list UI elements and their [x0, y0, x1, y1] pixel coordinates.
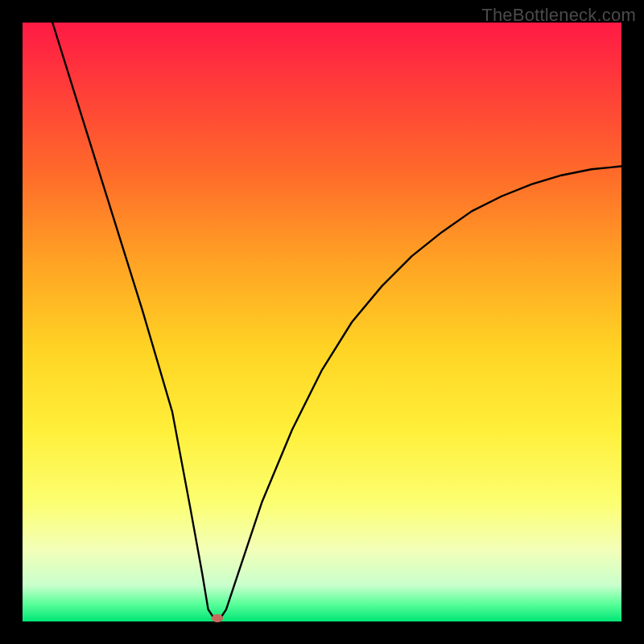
watermark-text: TheBottleneck.com — [481, 5, 636, 26]
bottleneck-curve — [52, 23, 621, 618]
curve-layer — [23, 23, 621, 621]
chart-frame: TheBottleneck.com — [0, 0, 644, 644]
plot-area — [23, 23, 621, 621]
optimal-point-marker — [212, 614, 223, 622]
